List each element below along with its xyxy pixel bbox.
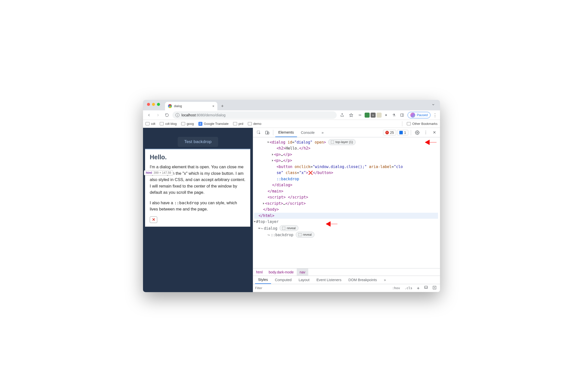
tab-more[interactable]: » [319,128,327,137]
folder-icon [160,122,164,125]
subtab-computed[interactable]: Computed [272,276,295,284]
reveal-badge[interactable]: reveal [280,225,298,231]
svg-rect-10 [433,286,436,289]
error-count-badge[interactable]: ×25 [383,130,396,135]
tab-elements[interactable]: Elements [275,128,297,137]
bookmark-item[interactable]: 文Google Translate [198,122,229,126]
reveal-icon [331,140,334,144]
settings-gear-icon[interactable] [414,129,421,136]
crumb-item[interactable]: nav [297,268,308,276]
device-mode-icon[interactable] [423,286,430,290]
extension-icon[interactable] [365,112,370,118]
bookmark-item[interactable]: prd [233,122,243,126]
svg-rect-2 [401,114,404,116]
devtools-tabs: Elements Console » ×25 1 ⋮ ✕ [253,128,440,137]
message-icon [399,131,403,134]
bookmarks-bar: cdt cdt blog goog 文Google Translate prd … [143,120,440,128]
chrome-menu-icon[interactable]: ⋮ [433,112,438,118]
bookmark-item[interactable]: cdt blog [160,122,177,126]
crumb-item[interactable]: body.dark-mode [266,268,296,276]
subtab-more[interactable]: » [381,276,389,284]
other-bookmarks[interactable]: Other Bookmarks [407,122,438,126]
message-count-badge[interactable]: 1 [397,130,408,135]
styles-filter-row: :hov .cls + [253,284,440,292]
extension-icon[interactable] [377,112,382,118]
annotation-arrow-icon [425,138,437,148]
back-button[interactable] [145,112,152,118]
tab-console[interactable]: Console [298,128,318,137]
tooltip-tag: html [146,171,152,174]
titlebar: dialog × + [143,100,440,110]
dialog-heading: Hello. [150,154,246,161]
styles-subtabs: Styles Computed Layout Event Listeners D… [253,276,440,284]
tab-title: dialog [174,104,182,108]
subtab-styles[interactable]: Styles [255,276,271,284]
browser-tab[interactable]: dialog × [165,102,217,110]
extensions-row: ✂︎ n ✦ ⚗ [357,112,406,118]
dialog-paragraph: I also have a ::backdrop you can style, … [150,200,246,212]
bookmark-item[interactable]: demo [248,122,262,126]
folder-icon [181,122,185,125]
svg-point-7 [417,132,418,133]
devtools-menu-icon[interactable]: ⋮ [422,129,430,136]
test-backdrop-button[interactable]: Test backdrop [178,137,218,147]
site-info-icon[interactable]: i [175,113,179,117]
profile-paused-pill[interactable]: Paused [408,112,431,118]
new-style-rule-button[interactable]: + [415,286,421,291]
extensions-puzzle-icon[interactable]: ✦ [383,112,390,118]
url-host: localhost:8080/demo/dialog [181,113,226,117]
main-split: Test backdrop Hello. I'm a dialog elemen… [143,128,440,292]
page-viewport: Test backdrop Hello. I'm a dialog elemen… [143,128,253,292]
bookmark-star-icon[interactable] [348,112,355,118]
svg-rect-8 [425,286,428,288]
translate-icon: 文 [198,122,202,126]
traffic-lights [147,103,160,107]
reveal-icon [282,227,285,230]
minimize-window-icon[interactable] [152,103,155,106]
side-panel-icon[interactable] [399,112,406,118]
subtab-event-listeners[interactable]: Event Listeners [313,276,344,284]
styles-filter-input[interactable] [255,286,389,290]
subtab-layout[interactable]: Layout [295,276,312,284]
extension-icon[interactable]: n [371,112,376,118]
labs-flask-icon[interactable]: ⚗ [391,112,398,118]
tooltip-dimensions: 399 × 147.59 [153,171,171,174]
svg-marker-1 [349,113,353,116]
elements-breadcrumb: html body.dark-mode nav [253,268,440,276]
new-tab-button[interactable]: + [219,102,226,110]
devtools-panel: Elements Console » ×25 1 ⋮ ✕ <dialog id=… [253,128,440,292]
bookmark-item[interactable]: goog [181,122,194,126]
separator [273,130,273,135]
subtab-dom-breakpoints[interactable]: DOM Breakpoints [345,276,380,284]
reveal-badge[interactable]: reveal [296,232,314,238]
reload-button[interactable] [163,112,170,118]
dialog-paragraph: I'm a dialog element that is open. You c… [150,164,246,196]
close-window-icon[interactable] [147,103,150,106]
reveal-icon [298,233,301,236]
crumb-item[interactable]: html [253,268,266,276]
elements-tree[interactable]: <dialog id="dialog" open> top-layer (1) … [253,137,440,268]
url-bar: i localhost:8080/demo/dialog ✂︎ n ✦ ⚗ Pa… [143,110,440,120]
folder-icon [407,122,411,125]
device-toolbar-icon[interactable] [264,129,271,136]
close-devtools-icon[interactable]: ✕ [431,129,438,136]
maximize-window-icon[interactable] [157,103,160,106]
address-bar[interactable]: i localhost:8080/demo/dialog [172,111,337,119]
scissors-icon[interactable]: ✂︎ [357,112,364,118]
error-icon: × [385,131,389,134]
forward-button[interactable] [154,112,161,118]
favicon-icon [168,104,172,108]
bookmark-item[interactable]: cdt [145,122,155,126]
dialog-close-button[interactable]: ✕ [150,216,157,223]
inspector-tooltip: html 399 × 147.59 [144,170,173,175]
cls-toggle[interactable]: .cls [403,286,414,290]
hov-toggle[interactable]: :hov [391,286,402,290]
top-layer-badge[interactable]: top-layer (1) [328,139,356,145]
share-icon[interactable] [339,112,346,118]
separator [411,130,411,135]
folder-icon [145,122,149,125]
inspect-element-icon[interactable] [255,129,263,136]
tab-close-icon[interactable]: × [212,104,214,108]
toggle-sidebar-icon[interactable] [431,286,438,290]
tabs-dropdown-icon[interactable] [430,101,437,109]
